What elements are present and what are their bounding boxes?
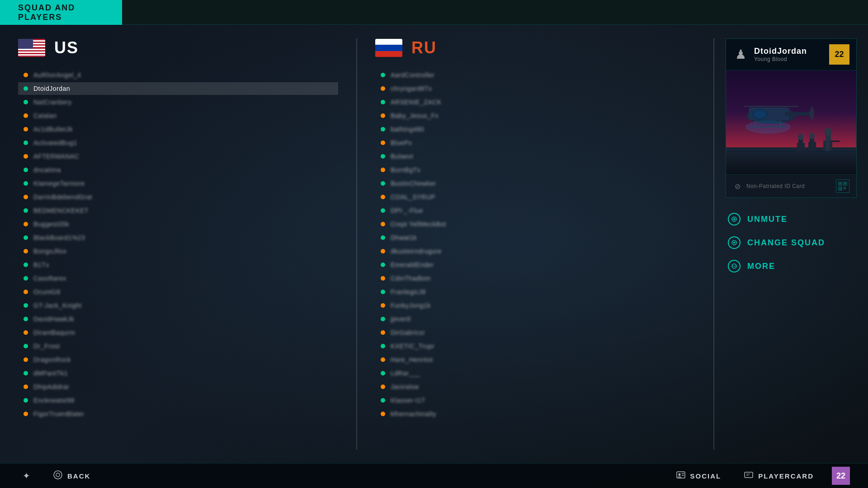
list-item[interactable]: KlamegeTarmore [18, 177, 338, 190]
player-name: Janiralsw [391, 383, 419, 390]
list-item[interactable]: Baby_Jesus_Fx [375, 109, 695, 122]
svg-point-22 [825, 128, 832, 136]
player-name: Crept YellMeckBot [391, 221, 446, 228]
list-item[interactable]: FranlegicJ8 [375, 286, 695, 298]
svg-point-47 [56, 473, 60, 477]
list-item[interactable]: AFTERMANAC [18, 150, 338, 163]
svg-rect-33 [844, 187, 844, 188]
list-item[interactable]: klhernachinalty [375, 408, 695, 420]
list-item[interactable]: Buggest35k [18, 218, 338, 230]
social-svg [676, 470, 686, 480]
list-item[interactable]: DPl-_-Flue [375, 204, 695, 217]
list-item[interactable]: Klasser-t1T [375, 394, 695, 407]
svg-rect-32 [840, 188, 841, 189]
svg-point-18 [809, 133, 815, 139]
list-item[interactable]: DhipAdidrar [18, 380, 338, 393]
list-item[interactable]: bathing480 [375, 123, 695, 136]
playercard-button[interactable]: PLAYERCARD [739, 468, 818, 484]
list-item[interactable]: BurnBgTx [375, 164, 695, 176]
player-name: BlackBoard1%23 [33, 234, 85, 241]
list-item[interactable]: FunkyJong1k [375, 299, 695, 312]
player-status-dot [381, 330, 385, 335]
list-item[interactable]: LdRar___ [375, 367, 695, 380]
player-name: klhernachinalty [391, 410, 436, 418]
player-status-dot [381, 168, 385, 172]
list-item[interactable]: AuRhorAngel_4 [18, 69, 338, 81]
list-item[interactable]: DarrinBdebendGrat [18, 191, 338, 203]
list-item[interactable]: DragonRock [18, 353, 338, 366]
us-team-name: US [54, 38, 79, 57]
player-name: dMPantTk1 [33, 370, 68, 377]
list-item[interactable]: BEDMENCKEKET [18, 204, 338, 217]
list-item[interactable]: DavidHawkJk [18, 313, 338, 325]
list-item[interactable]: Crept YellMeckBot [375, 218, 695, 230]
list-item[interactable]: Hare_Henritot [375, 353, 695, 366]
list-item[interactable]: OcuntG8 [18, 286, 338, 298]
player-status-dot [24, 249, 28, 253]
player-status-dot [381, 113, 385, 118]
player-name: DragonRock [33, 356, 71, 363]
list-item[interactable]: DirantBaqurm [18, 326, 338, 339]
list-item[interactable]: CdinThadlom [375, 272, 695, 285]
svg-point-43 [732, 266, 733, 267]
player-name: OcuntG8 [33, 288, 61, 296]
player-name: Buggest35k [33, 221, 69, 228]
player-status-dot [24, 127, 28, 131]
player-status-dot [381, 195, 385, 199]
list-item[interactable]: Bulaevt [375, 150, 695, 163]
list-item[interactable]: KXETIC_Trupr [375, 340, 695, 352]
list-item[interactable]: NatCranbery [18, 96, 338, 108]
player-status-dot [381, 86, 385, 91]
list-item[interactable]: dncatima [18, 164, 338, 176]
player-status-dot [24, 330, 28, 335]
player-status-dot [381, 100, 385, 104]
change-squad-button[interactable]: CHANGE SQUAD [726, 233, 857, 253]
list-item[interactable]: Janiralsw [375, 380, 695, 393]
list-item[interactable]: BustinChewker [375, 177, 695, 190]
player-status-dot [381, 276, 385, 281]
list-item[interactable]: BongoJllox [18, 245, 338, 258]
list-item[interactable]: BlackBoard1%23 [18, 231, 338, 244]
player-status-dot [381, 249, 385, 253]
svg-rect-30 [844, 183, 846, 184]
player-status-dot [24, 222, 28, 226]
unmute-button[interactable]: UNMUTE [726, 209, 857, 229]
svg-rect-19 [808, 142, 811, 150]
list-item[interactable]: FigorTruenBlater [18, 408, 338, 420]
list-item[interactable]: DirGabricsr [375, 326, 695, 339]
list-item[interactable]: ARSENIE_ZACK [375, 96, 695, 108]
list-item[interactable]: Casoftarex [18, 272, 338, 285]
list-item[interactable]: COAL_SYRUP [375, 191, 695, 203]
us-team-header: US [18, 38, 338, 57]
back-button[interactable]: BACK [48, 468, 95, 484]
list-item[interactable]: chryngard8Tx [375, 82, 695, 95]
player-status-dot [381, 141, 385, 145]
svg-point-41 [733, 242, 735, 244]
chess-piece-icon: ♟ [735, 47, 746, 62]
list-item[interactable]: AardController [375, 69, 695, 81]
list-item[interactable]: dkusteirndrugure [375, 245, 695, 258]
player-status-dot [381, 154, 385, 159]
squad-badge-button[interactable]: ✦ [18, 468, 35, 483]
change-squad-svg [731, 239, 737, 246]
list-item[interactable]: EmeraldEnder [375, 258, 695, 271]
social-button[interactable]: SOCIAL [671, 468, 726, 484]
list-item[interactable]: B1Tx [18, 258, 338, 271]
list-item[interactable]: Dhwat1k [375, 231, 695, 244]
svg-point-12 [745, 120, 791, 134]
player-name: DirGabricsr [391, 329, 425, 336]
list-item[interactable]: DtoidJordan [18, 82, 338, 95]
list-item[interactable]: dMPantTk1 [18, 367, 338, 380]
list-item[interactable]: Enckneatst98 [18, 394, 338, 407]
list-item[interactable]: ActivatedBug1 [18, 136, 338, 149]
list-item[interactable]: jjevertl [375, 313, 695, 325]
list-item[interactable]: Dr_Frost [18, 340, 338, 352]
player-name: B1Tx [33, 261, 49, 268]
more-button[interactable]: MORE [726, 256, 857, 276]
squad-badge-icon: ✦ [23, 470, 30, 481]
list-item[interactable]: GT-Jack_Knight [18, 299, 338, 312]
list-item[interactable]: Ac1dBulletJk [18, 123, 338, 136]
list-item[interactable]: BluePx [375, 136, 695, 149]
player-status-dot [381, 222, 385, 226]
list-item[interactable]: Catalan [18, 109, 338, 122]
